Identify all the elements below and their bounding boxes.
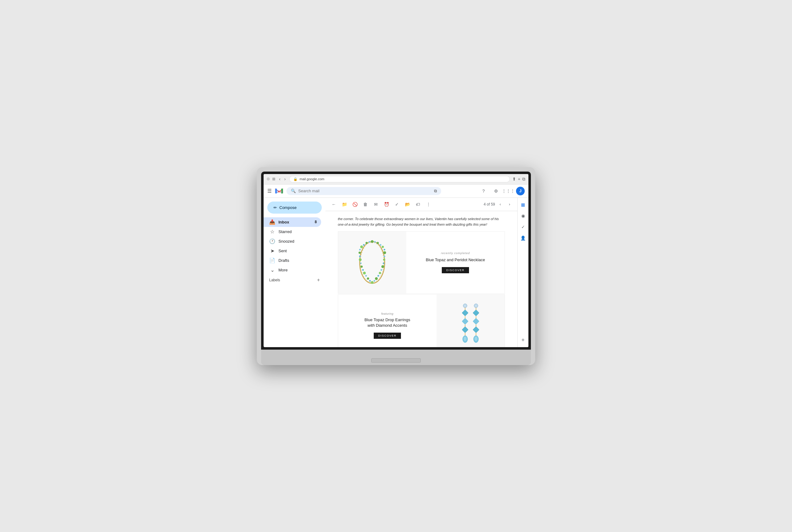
compose-button[interactable]: ✏ Compose: [267, 202, 322, 214]
sidebar-item-snoozed[interactable]: 🕐 Snoozed: [263, 236, 321, 246]
svg-point-29: [374, 280, 375, 282]
svg-rect-57: [473, 326, 479, 332]
add-app-button[interactable]: +: [519, 336, 528, 345]
add-to-tasks-button[interactable]: ✓: [392, 200, 402, 209]
svg-point-27: [381, 269, 382, 270]
svg-point-60: [475, 337, 478, 341]
more-icon: ⌄: [269, 267, 275, 273]
url-text: mail.google.com: [299, 177, 324, 181]
gmail-app: ☰ G m ail 🔍: [263, 185, 529, 347]
next-email-button[interactable]: ›: [505, 200, 514, 208]
help-button[interactable]: ?: [479, 186, 488, 196]
email-intro-text: the corner. To celebrate those extraordi…: [338, 216, 505, 228]
inbox-badge: 8: [315, 220, 317, 224]
mark-unread-button[interactable]: ✉: [371, 200, 381, 209]
inbox-icon: 📥: [269, 219, 275, 225]
previous-email-button[interactable]: ‹: [496, 200, 504, 208]
more-actions-button[interactable]: ⋮: [424, 200, 433, 209]
svg-point-31: [365, 275, 367, 277]
sidebar-toggle-icon[interactable]: ⊞: [272, 177, 275, 181]
sidebar-item-drafts[interactable]: 📄 Drafts: [263, 255, 321, 265]
browser-navigation: ‹ ›: [278, 176, 287, 182]
svg-point-30: [369, 280, 371, 282]
necklace-svg: [354, 235, 391, 290]
new-tab-icon[interactable]: +: [518, 176, 520, 182]
labels-button[interactable]: 🏷: [413, 200, 423, 209]
archive-button[interactable]: 📁: [340, 200, 349, 209]
svg-point-33: [360, 263, 361, 264]
tasks-right-icon[interactable]: ✓: [519, 223, 528, 231]
svg-point-5: [360, 242, 385, 283]
necklace-discover-button[interactable]: DISCOVER: [442, 267, 469, 273]
svg-point-28: [377, 275, 379, 277]
duplicate-icon[interactable]: ⧉: [522, 176, 525, 182]
filter-icon[interactable]: ⧉: [434, 189, 437, 193]
sidebar-item-sent[interactable]: ➤ Sent: [263, 246, 321, 255]
settings-button[interactable]: ⚙: [491, 186, 501, 196]
svg-point-36: [363, 244, 365, 245]
product-earrings-section: featuring Blue Topaz Drop Earrings with …: [338, 294, 505, 347]
sidebar-item-more[interactable]: ⌄ More: [263, 265, 321, 275]
earrings-discover-button[interactable]: DISCOVER: [374, 332, 401, 339]
keep-right-icon[interactable]: ◉: [519, 211, 528, 220]
svg-rect-42: [462, 310, 468, 316]
snooze-button[interactable]: ⏰: [382, 200, 391, 209]
svg-point-32: [362, 269, 364, 270]
share-icon[interactable]: ⬆: [512, 176, 516, 182]
email-view: ← 📁 🚫 🗑 ✉ ⏰ ✓ 📂 🏷 ⋮ 4 of 59: [326, 198, 517, 347]
svg-point-7: [376, 242, 379, 244]
move-to-button[interactable]: 📂: [403, 200, 412, 209]
svg-point-38: [361, 242, 384, 283]
labels-section: Labels +: [263, 275, 326, 285]
svg-rect-44: [462, 318, 468, 324]
featuring-label: featuring: [381, 312, 393, 315]
svg-point-6: [371, 240, 374, 243]
add-label-button[interactable]: +: [317, 277, 320, 283]
search-input[interactable]: [298, 189, 431, 193]
drafts-icon: 📄: [269, 258, 275, 263]
svg-point-23: [380, 244, 381, 245]
svg-point-21: [365, 242, 368, 244]
delete-button[interactable]: 🗑: [361, 200, 370, 209]
svg-point-34: [359, 255, 361, 257]
back-to-inbox-button[interactable]: ←: [329, 200, 338, 209]
url-bar[interactable]: 🔒 mail.google.com: [289, 176, 510, 183]
recently-completed-label: recently completed: [441, 252, 470, 255]
svg-point-17: [361, 266, 363, 268]
earrings-with-text: with: [368, 323, 375, 328]
forward-button[interactable]: ›: [283, 176, 287, 182]
back-button[interactable]: ‹: [278, 176, 282, 182]
contacts-right-icon[interactable]: 👤: [519, 234, 528, 242]
svg-text:ail: ail: [280, 190, 283, 193]
sidebar-item-starred[interactable]: ☆ Starred: [263, 227, 321, 236]
compose-icon: ✏: [274, 205, 277, 210]
report-spam-button[interactable]: 🚫: [350, 200, 360, 209]
svg-point-10: [383, 259, 385, 261]
earrings-title: Blue Topaz Drop Earrings with Diamond Ac…: [365, 317, 410, 328]
drafts-label: Drafts: [278, 258, 317, 263]
svg-point-15: [367, 277, 369, 280]
earrings-product-info: featuring Blue Topaz Drop Earrings with …: [338, 294, 437, 347]
calendar-right-icon[interactable]: ▦: [519, 200, 528, 209]
earrings-svg: [458, 301, 483, 347]
hamburger-icon[interactable]: ☰: [267, 188, 272, 194]
search-bar[interactable]: 🔍 ⧉: [287, 187, 441, 195]
svg-point-18: [359, 258, 362, 261]
inbox-label: Inbox: [278, 220, 312, 224]
necklace-product-info: recently completed Blue Topaz and Perido…: [406, 231, 504, 293]
avatar[interactable]: J: [516, 187, 525, 195]
more-label: More: [278, 268, 317, 272]
gmail-body: ✏ Compose 📥 Inbox 8 ☆ Starred: [263, 198, 529, 347]
svg-point-51: [475, 304, 477, 307]
search-icon: 🔍: [291, 189, 296, 193]
apps-button[interactable]: ⋮⋮⋮: [504, 186, 513, 196]
starred-icon: ☆: [269, 229, 275, 235]
pagination: 4 of 59 ‹ ›: [483, 200, 514, 208]
product-necklace-section: recently completed Blue Topaz and Perido…: [338, 231, 505, 294]
sidebar-item-inbox[interactable]: 📥 Inbox 8: [263, 217, 321, 227]
svg-point-26: [383, 263, 384, 264]
svg-point-12: [379, 272, 381, 274]
svg-point-24: [384, 249, 385, 250]
labels-title: Labels: [269, 278, 280, 282]
browser-close-btn: [267, 177, 270, 180]
